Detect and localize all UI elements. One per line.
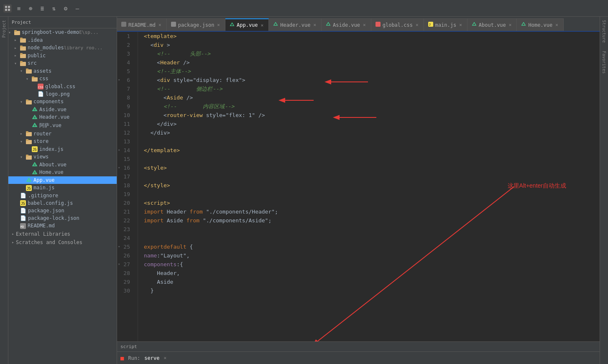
tree-item-store[interactable]: ▾store — [8, 137, 117, 145]
code-line-12: </div> — [144, 128, 600, 137]
tab-global_css[interactable]: global.css✕ — [371, 18, 424, 31]
code-line-24 — [144, 234, 600, 242]
tree-item-babel_config[interactable]: JSbabel.config.js — [8, 199, 117, 207]
fold-arrow[interactable]: ▾ — [118, 76, 120, 84]
tree-item-gitignore[interactable]: 📄.gitignore — [8, 192, 117, 199]
tab-package_json[interactable]: package.json✕ — [167, 18, 225, 31]
tree-item-about_vue[interactable]: About.vue — [8, 161, 117, 169]
line-num-17: 17 — [117, 172, 133, 181]
tab-home_vue[interactable]: Home.vue✕ — [517, 18, 563, 31]
line-num-25: ▾25 — [117, 242, 133, 251]
settings-btn[interactable]: ⚙ — [61, 4, 70, 13]
svg-marker-51 — [274, 23, 278, 25]
code-line-20: <script> — [144, 199, 600, 207]
svg-marker-24 — [33, 115, 37, 119]
line-num-10: 10 — [117, 111, 133, 120]
minimize-btn[interactable]: — — [73, 4, 82, 13]
bottom-code-label: script — [120, 344, 137, 349]
tree-item-components[interactable]: ▾components — [8, 98, 117, 106]
tab-close-about_vue[interactable]: ✕ — [508, 22, 513, 28]
tree-item-header_vue[interactable]: Header.vue — [8, 113, 117, 121]
nav-btn-1[interactable]: ≡ — [14, 4, 23, 13]
tab-app_vue[interactable]: App.vue✕ — [225, 18, 269, 31]
tab-close-readme[interactable]: ✕ — [158, 22, 162, 28]
tree-item-index_js[interactable]: JSindex.js — [8, 145, 117, 153]
tree-item-public[interactable]: ▸public — [8, 52, 117, 60]
code-line-27: components:{ — [144, 260, 600, 269]
tree-item-main_js[interactable]: JSmain.js — [8, 184, 117, 192]
tab-close-header_vue[interactable]: ✕ — [312, 22, 317, 28]
structure-label[interactable]: Structure — [602, 20, 606, 43]
tree-item-springboot-vue-demo[interactable]: ▾springboot-vue-demo E\sp... — [8, 28, 117, 36]
svg-rect-15 — [26, 69, 28, 70]
favorites-label[interactable]: Favorites — [602, 51, 606, 74]
svg-marker-57 — [522, 23, 526, 25]
fold-arrow[interactable]: ▾ — [118, 146, 120, 155]
svg-rect-49 — [171, 22, 176, 27]
tree-item-logo_png[interactable]: 📄logo.png — [8, 90, 117, 98]
tree-item-home_vue[interactable]: Home.vue — [8, 168, 117, 176]
fold-arrow[interactable]: ▾ — [118, 242, 120, 251]
tree-item-css[interactable]: ▾css — [8, 75, 117, 83]
tab-bar[interactable]: README.md✕package.json✕App.vue✕Header.vu… — [117, 17, 600, 32]
code-editor[interactable]: 12345▾678910111213▾1415▾1617181920212223… — [117, 32, 600, 341]
nav-btn-4[interactable]: ⇅ — [49, 4, 59, 13]
tab-icon — [326, 22, 331, 28]
nav-btn-2[interactable]: ⊕ — [26, 4, 35, 13]
tree-item-asa_vue[interactable]: 阿萨.vue — [8, 121, 117, 130]
fold-arrow[interactable]: ▾ — [118, 260, 120, 269]
tab-close-aside_vue[interactable]: ✕ — [362, 22, 367, 28]
fold-arrow[interactable]: ▾ — [118, 163, 120, 172]
line-num-9: 9 — [117, 102, 133, 111]
tree-item-readme_md[interactable]: MDREADME.md — [8, 222, 117, 230]
line-num-28: 28 — [117, 269, 133, 277]
tree-item-app_vue[interactable]: App.vue — [8, 176, 117, 184]
nav-btn-3[interactable]: ≣ — [38, 4, 47, 13]
tab-close-app_vue[interactable]: ✕ — [260, 22, 265, 28]
tab-icon — [472, 22, 477, 28]
project-icon — [3, 4, 12, 13]
line-num-19: 19 — [117, 190, 133, 199]
line-num-1: 1 — [117, 32, 133, 41]
svg-text:CSS: CSS — [38, 86, 43, 89]
tab-label: main.js — [435, 22, 457, 28]
tab-icon — [521, 22, 526, 28]
tree-item-aside_vue[interactable]: Aside.vue — [8, 106, 117, 114]
code-content[interactable]: <template> <div > <!-- 头部--> <Header /> … — [138, 32, 600, 341]
tree-item-router[interactable]: ▸router — [8, 130, 117, 138]
tree-item-global_css[interactable]: CSSglobal.css — [8, 83, 117, 91]
tree-item-assets[interactable]: ▾assets — [8, 67, 117, 75]
tree-container[interactable]: ▾springboot-vue-demo E\sp...▸.idea▸node_… — [8, 28, 117, 230]
sidebar-section-external-libraries[interactable]: ▸External Libraries — [8, 230, 117, 238]
tree-item-views[interactable]: ▾views — [8, 153, 117, 161]
svg-rect-2 — [5, 9, 7, 11]
tree-sections[interactable]: ▸External Libraries▸Scratches and Consol… — [8, 230, 117, 247]
svg-marker-36 — [33, 163, 37, 166]
svg-rect-11 — [20, 53, 23, 55]
file-tree[interactable]: Project ▾springboot-vue-demo E\sp...▸.id… — [8, 17, 117, 364]
svg-text:JS: JS — [33, 148, 37, 152]
tree-item-package_json[interactable]: 📄package.json — [8, 207, 117, 214]
line-num-26: 26 — [117, 251, 133, 260]
stop-icon[interactable]: ■ — [120, 355, 124, 361]
left-strip: Project — [0, 17, 8, 364]
tab-close-home_vue[interactable]: ✕ — [554, 22, 559, 28]
tree-item-node_modules[interactable]: ▸node_modules library roo... — [8, 44, 117, 52]
code-line-28: Header, — [144, 269, 600, 277]
tree-item-src[interactable]: ▾src — [8, 59, 117, 67]
tab-header_vue[interactable]: Header.vue✕ — [269, 18, 322, 31]
tab-close-package_json[interactable]: ✕ — [216, 22, 221, 28]
tab-close-main_js[interactable]: ✕ — [458, 22, 463, 28]
sidebar-section-scratches-and-consoles[interactable]: ▸Scratches and Consoles — [8, 238, 117, 247]
tab-readme[interactable]: README.md✕ — [117, 18, 167, 31]
line-num-20: 20 — [117, 199, 133, 207]
close-run-icon[interactable]: ✕ — [163, 355, 166, 361]
tree-item-package_lock[interactable]: 📄package-lock.json — [8, 214, 117, 222]
tree-item-idea[interactable]: ▸.idea — [8, 36, 117, 44]
tab-about_vue[interactable]: About.vue✕ — [467, 18, 517, 31]
tab-aside_vue[interactable]: Aside.vue✕ — [322, 18, 371, 31]
svg-rect-48 — [121, 22, 126, 27]
tab-close-global_css[interactable]: ✕ — [415, 22, 419, 28]
tab-main_js[interactable]: Jmain.js✕ — [424, 18, 467, 31]
line-num-7: 7 — [117, 84, 133, 93]
